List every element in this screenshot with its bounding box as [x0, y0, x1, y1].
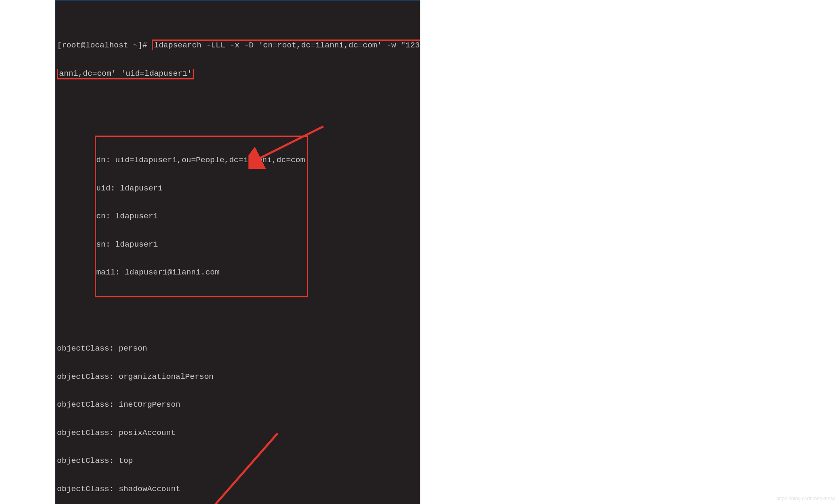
footer-watermark: https://blog.csdn.net/knesd	[776, 496, 836, 502]
output-line: objectClass: organizationalPerson	[57, 372, 420, 382]
result-line: cn: ldapuser1	[96, 212, 305, 221]
result-line: sn: ldapuser1	[96, 240, 305, 250]
result-line: uid: ldapuser1	[96, 184, 305, 193]
cmd-box-bottom: anni,dc=com' 'uid=ldapuser1'	[57, 69, 194, 80]
cmd-box-top: ldapsearch -LLL -x -D 'cn=root,dc=ilanni…	[152, 40, 420, 50]
output-line: objectClass: posixAccount	[57, 428, 420, 438]
output-line: objectClass: inetOrgPerson	[57, 400, 420, 410]
output-line: objectClass: person	[57, 344, 420, 353]
result-line: dn: uid=ldapuser1,ou=People,dc=ilanni,dc…	[96, 156, 305, 165]
output-line: objectClass: top	[57, 456, 420, 466]
result-box-1: dn: uid=ldapuser1,ou=People,dc=ilanni,dc…	[95, 136, 308, 297]
output-line: objectClass: shadowAccount	[57, 484, 420, 494]
prompt: [root@localhost ~]#	[57, 41, 152, 50]
result-line: mail: ldapuser1@ilanni.com	[96, 268, 305, 277]
screenshot-1: [root@localhost ~]# ldapsearch -LLL -x -…	[55, 0, 420, 504]
